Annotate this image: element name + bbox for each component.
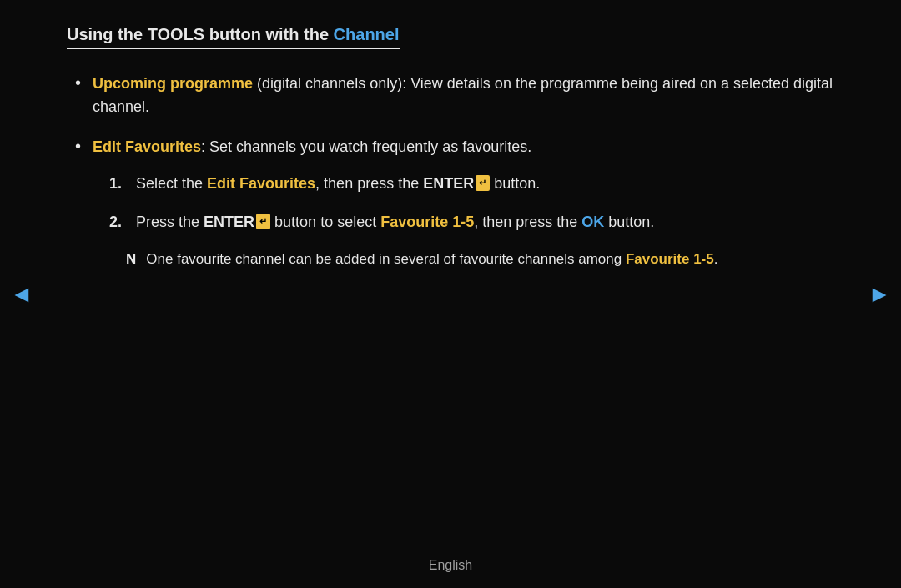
upcoming-highlight: Upcoming programme bbox=[93, 75, 253, 92]
note-item: N One favourite channel can be added in … bbox=[93, 249, 717, 270]
bullet-text-1: Upcoming programme (digital channels onl… bbox=[93, 73, 834, 119]
edit-favourites-text: : Set channels you watch frequently as f… bbox=[201, 138, 531, 155]
step2-prefix: Press the bbox=[136, 214, 204, 230]
step2-favourite-highlight: Favourite 1-5 bbox=[380, 214, 474, 230]
step1-prefix: Select the bbox=[136, 175, 207, 192]
step-2-label: 2. bbox=[109, 211, 128, 234]
step1-enter-icon: ↵ bbox=[476, 175, 490, 191]
step2-suffix: , then press the bbox=[474, 214, 581, 230]
step-2: 2. Press the ENTER↵ button to select Fav… bbox=[109, 211, 717, 234]
note-prefix: One favourite channel can be added in se… bbox=[146, 251, 626, 267]
title-highlight: Channel bbox=[334, 25, 400, 43]
note-text: One favourite channel can be added in se… bbox=[146, 249, 717, 270]
step-1: 1. Select the Edit Favourites, then pres… bbox=[109, 173, 717, 196]
step-1-text: Select the Edit Favourites, then press t… bbox=[136, 173, 540, 196]
nav-arrow-right[interactable]: ► bbox=[868, 281, 891, 308]
bullet-item-upcoming: • Upcoming programme (digital channels o… bbox=[67, 73, 834, 119]
step1-end: button. bbox=[490, 175, 540, 192]
page-title: Using the TOOLS button with the Channel bbox=[67, 25, 834, 73]
language-label: English bbox=[429, 558, 472, 572]
bullet-list: • Upcoming programme (digital channels o… bbox=[67, 73, 834, 271]
note-label: N bbox=[126, 249, 136, 270]
step2-middle: button to select bbox=[270, 214, 380, 230]
bullet-dot-2: • bbox=[75, 137, 81, 156]
footer-language: English bbox=[429, 558, 472, 573]
note-favourite-highlight: Favourite 1-5 bbox=[626, 251, 714, 267]
bullet-text-2: Edit Favourites: Set channels you watch … bbox=[93, 136, 717, 271]
edit-favourites-highlight: Edit Favourites bbox=[93, 138, 201, 155]
nav-arrow-left[interactable]: ◄ bbox=[10, 281, 33, 308]
bullet-item-favourites: • Edit Favourites: Set channels you watc… bbox=[67, 136, 834, 271]
main-content: Using the TOOLS button with the Channel … bbox=[67, 25, 834, 538]
step-1-label: 1. bbox=[109, 173, 128, 196]
numbered-list: 1. Select the Edit Favourites, then pres… bbox=[93, 173, 717, 234]
step2-enter-label: ENTER bbox=[204, 214, 254, 230]
bullet-dot-1: • bbox=[75, 73, 81, 93]
step2-end: button. bbox=[604, 214, 654, 230]
note-suffix: . bbox=[714, 251, 718, 267]
step2-ok-highlight: OK bbox=[581, 214, 604, 230]
step-2-text: Press the ENTER↵ button to select Favour… bbox=[136, 211, 654, 234]
title-prefix: Using the TOOLS button with the bbox=[67, 25, 334, 43]
step1-enter-label: ENTER bbox=[423, 175, 474, 192]
step2-enter-icon: ↵ bbox=[256, 214, 270, 229]
step1-suffix: , then press the bbox=[315, 175, 423, 192]
step1-highlight: Edit Favourites bbox=[207, 175, 315, 192]
